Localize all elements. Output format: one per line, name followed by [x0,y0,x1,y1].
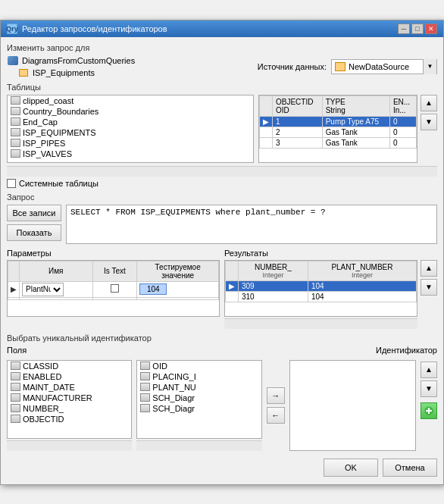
list-item[interactable]: ENABLED [8,371,131,382]
show-button[interactable]: Показать [7,224,61,241]
field-icon [140,362,150,370]
table-row[interactable]: 3 Gas Tank 0 [260,137,417,148]
field-icon [11,362,20,370]
all-records-button[interactable]: Все записи [7,205,61,221]
tables-grid[interactable]: OBJECTIDOID TYPEString EN...In... ▶ 1 Pu… [258,95,417,163]
results-scrollbar[interactable] [224,318,417,329]
system-tables-label: Системные таблицы [19,179,98,188]
tables-label: Таблицы [7,83,437,92]
tree-parent-label: DiagramsFromCustomQueries [22,56,135,65]
results-nav-buttons: ▲ ▼ [421,260,437,296]
results-table: NUMBER_Integer PLANT_NUMBERInteger ▶ [225,261,417,302]
list-item[interactable]: clipped_coast [8,95,253,106]
table-row[interactable]: 2 Gas Tank 0 [260,127,417,137]
plus-icon [424,406,433,415]
list-item[interactable]: Country_Boundaries [8,106,253,117]
list-item[interactable]: OID [137,361,261,371]
arrow-buttons: → ← [267,360,285,451]
list-item[interactable]: SCH_Diagr [137,403,261,414]
list-item[interactable]: MAINT_DATE [8,382,131,393]
row-selector [260,127,273,137]
ident-add-button[interactable] [421,402,437,419]
fields-right-scrollbar[interactable] [136,440,261,451]
list-item[interactable]: CLASSID [8,361,131,371]
table-icon-isp-pipes [11,139,20,147]
results-row-selector: ▶ [226,280,239,291]
params-row[interactable]: ▶ PlantNum [8,281,219,297]
query-buttons: Все записи Показать [7,205,61,244]
ident-down-button[interactable]: ▼ [421,380,437,397]
test-value-input[interactable] [139,283,167,295]
query-label: Запрос [7,193,437,202]
db-icon [7,55,19,66]
ok-button[interactable]: OK [324,459,378,477]
arrow-right-button[interactable]: → [267,387,285,404]
datasource-dropdown-btn[interactable]: ▼ [423,59,436,74]
arrow-left-button[interactable]: ← [267,407,285,424]
tree-child[interactable]: ISP_Equipments [7,67,135,78]
list-item[interactable]: OBJECTID [8,414,131,424]
param-name-select[interactable]: PlantNum [22,283,64,296]
table-icon-isp-equip [11,128,20,136]
list-item[interactable]: End_Cap [8,117,253,127]
datasource-icon [335,62,346,71]
query-text-input[interactable] [66,205,437,244]
list-item[interactable]: ISP_EQUIPMENTS [8,127,253,138]
cancel-button[interactable]: Отмена [383,459,437,477]
results-down-button[interactable]: ▼ [421,279,437,296]
field-icon [140,372,150,380]
tables-list[interactable]: clipped_coast Country_Boundaries End_Cap [7,95,254,163]
results-label: Результаты [224,249,437,258]
fields-left-scrollbar[interactable] [7,440,132,451]
list-item[interactable]: NUMBER_ [8,403,131,414]
list-item[interactable]: PLANT_NU [137,382,261,393]
table-icon-isp-valves [11,149,20,158]
field-icon [11,415,20,423]
close-button[interactable]: ✕ [425,23,437,34]
grid-up-button[interactable]: ▲ [421,95,437,111]
field-icon [11,393,20,402]
fields-list-right[interactable]: OID PLACING_I PLANT_NU SCH_Diagr [136,360,261,439]
datasource-combo[interactable]: NewDataSource ▼ [331,59,437,74]
field-icon [140,383,150,391]
ident-up-button[interactable]: ▲ [421,362,437,378]
params-empty-row[interactable] [8,297,219,299]
fields-list-left[interactable]: CLASSID ENABLED MAINT_DATE MANUFACT [7,360,132,439]
title-bar-controls: ─ □ ✕ [398,23,437,34]
list-item[interactable]: PLACING_I [137,371,261,382]
query-section: Запрос Все записи Показать [7,193,437,244]
system-tables-checkbox[interactable] [7,179,16,188]
identifier-label: Идентификатор [376,346,437,355]
results-up-button[interactable]: ▲ [421,260,437,277]
results-row[interactable]: 310 104 [226,291,417,302]
bottom-buttons: OK Отмена [7,455,437,478]
list-item[interactable]: SCH_Diagr [137,393,261,403]
istext-checkbox[interactable] [111,284,119,293]
list-item[interactable]: ISP_PIPES [8,138,253,149]
ident-nav-buttons: ▲ ▼ [421,360,437,451]
results-area: Результаты NUMBER_Integer [224,249,437,329]
params-col-name: Имя [20,261,93,281]
table-row[interactable]: ▶ 1 Pump Type A75 0 [260,116,417,127]
main-window: Qry Редактор запросов/идентификаторов ─ … [0,20,444,485]
field-icon [140,393,150,402]
identifier-box[interactable] [289,360,416,451]
params-grid[interactable]: Имя Is Text Тестируемоезначение ▶ PlantN [7,260,220,317]
params-col-testval: Тестируемоезначение [137,261,219,281]
change-query-content: DiagramsFromCustomQueries ISP_Equipments… [7,55,437,78]
table-icon-clipped [11,96,20,105]
tables-scrollbar[interactable] [7,166,437,177]
query-inner: Все записи Показать [7,205,437,244]
tree-parent: DiagramsFromCustomQueries [7,55,135,66]
results-col-number: NUMBER_Integer [239,261,308,280]
datasource-label: Источник данных: [258,62,327,71]
list-item[interactable]: ISP_VALVES [8,149,253,159]
results-row[interactable]: ▶ 309 104 [226,280,417,291]
maximize-button[interactable]: □ [411,23,424,34]
grid-down-button[interactable]: ▼ [421,114,437,130]
field-icon [11,372,20,380]
list-item[interactable]: MANUFACTURER [8,393,131,403]
title-bar-left: Qry Редактор запросов/идентификаторов [7,23,167,34]
results-grid[interactable]: NUMBER_Integer PLANT_NUMBERInteger ▶ [224,260,417,317]
minimize-button[interactable]: ─ [398,23,410,34]
